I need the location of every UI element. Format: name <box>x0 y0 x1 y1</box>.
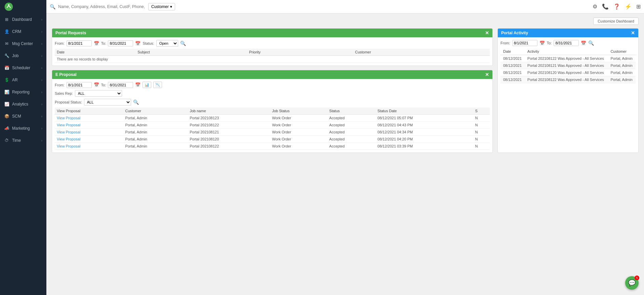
eproposal-close-button[interactable]: ✕ <box>485 72 489 77</box>
sidebar-item-reporting[interactable]: 📊 Reporting › <box>0 86 46 98</box>
eproposal-from-cal-icon[interactable]: 📅 <box>94 82 99 87</box>
view-proposal-link[interactable]: View Proposal <box>55 143 123 150</box>
settings-icon[interactable]: ⚙ <box>593 3 597 10</box>
customize-bar: Customize Dashboard <box>52 17 639 25</box>
col-jobname: Job name <box>188 108 270 115</box>
sidebar-item-time[interactable]: ⏱ Time › <box>0 134 46 146</box>
col-customer: Customer <box>608 48 636 55</box>
eproposal-header: E Proposal ✕ <box>52 70 492 79</box>
portal-activity-panel: Portal Activity ✕ From: 📅 To: 📅 🔍 <box>497 28 639 153</box>
col-s: S <box>473 108 490 115</box>
portal-activity-header: Portal Activity ✕ <box>498 29 638 37</box>
col-customer: Customer <box>353 49 490 56</box>
sidebar-item-msg-center[interactable]: ✉ Msg Center › <box>0 38 46 50</box>
sidebar-item-analytics[interactable]: 📈 Analytics › <box>0 98 46 110</box>
job-name-cell: Portal 202108120 <box>188 136 270 143</box>
to-calendar-icon[interactable]: 📅 <box>135 41 140 46</box>
view-proposal-link[interactable]: View Proposal <box>55 136 123 143</box>
s-cell: N <box>473 129 490 136</box>
table-row: View Proposal Portal, Admin Portal 20210… <box>55 136 490 143</box>
lightning-icon[interactable]: ⚡ <box>625 3 632 10</box>
status-cell: Accepted <box>327 129 375 136</box>
job-status-cell: Work Order <box>270 115 327 122</box>
portal-requests-from-input[interactable] <box>67 40 92 46</box>
customer-dropdown[interactable]: Customer ▾ <box>148 3 175 10</box>
msg-center-icon: ✉ <box>4 41 9 46</box>
left-panels: Portal Requests ✕ From: 📅 To: 📅 Status: <box>52 28 493 153</box>
job-name-cell: Portal 202108122 <box>188 143 270 150</box>
analytics-icon: 📈 <box>4 101 9 107</box>
search-icon: 🔍 <box>50 4 55 9</box>
chevron-icon: › <box>41 18 42 22</box>
status-cell: Accepted <box>327 136 375 143</box>
sidebar-item-ar[interactable]: 💲 AR › <box>0 74 46 86</box>
marketing-icon: 📣 <box>4 126 9 131</box>
portal-requests-to-input[interactable] <box>108 40 133 46</box>
phone-icon[interactable]: 📞 <box>602 3 609 10</box>
view-proposal-link[interactable]: View Proposal <box>55 129 123 136</box>
sidebar-item-label: Reporting <box>12 90 30 94</box>
eproposal-chart-button[interactable]: 📊 <box>143 82 151 88</box>
eproposal-search-button[interactable]: 🔍 <box>133 99 139 105</box>
from-calendar-icon[interactable]: 📅 <box>94 41 99 46</box>
portal-activity-to-input[interactable] <box>554 40 579 46</box>
activity-cell: Portal 202108120 Was Approved - All Serv… <box>525 69 608 76</box>
help-icon[interactable]: ❓ <box>613 3 620 10</box>
table-row: 08/12/2021 Portal 202108120 Was Approved… <box>500 69 636 76</box>
job-icon: 🔧 <box>4 53 9 58</box>
main: 🔍 Customer ▾ ⚙ 📞 ❓ ⚡ ⊞ Customize Dashboa… <box>46 0 644 295</box>
sidebar-item-job[interactable]: 🔧 Job › <box>0 50 46 62</box>
col-jobstatus: Job Status <box>270 108 327 115</box>
portal-activity-from-input[interactable] <box>512 40 537 46</box>
search-input[interactable] <box>58 4 146 9</box>
customize-dashboard-button[interactable]: Customize Dashboard <box>593 17 639 25</box>
dropdown-chevron-icon: ▾ <box>170 4 172 9</box>
apps-icon[interactable]: ⊞ <box>636 3 641 10</box>
chevron-icon: › <box>41 54 42 58</box>
eproposal-bar-chart-button[interactable]: 📉 <box>153 82 162 88</box>
reporting-icon: 📊 <box>4 89 9 95</box>
crm-icon: 👤 <box>4 29 9 34</box>
chevron-icon: › <box>41 139 42 142</box>
customer-cell: Portal, Admin <box>123 122 188 129</box>
portal-requests-close-button[interactable]: ✕ <box>485 31 489 35</box>
sales-rep-select[interactable]: ALL <box>75 90 122 97</box>
chevron-icon: › <box>41 30 42 34</box>
portal-requests-search-button[interactable]: 🔍 <box>180 41 186 46</box>
dashboard-icon: ⊞ <box>4 17 9 22</box>
chat-bubble[interactable]: 💬 5 <box>625 276 639 290</box>
eproposal-from-label: From: <box>55 83 65 87</box>
view-proposal-link[interactable]: View Proposal <box>55 115 123 122</box>
proposal-status-select[interactable]: ALL <box>84 99 131 106</box>
col-date: Date <box>55 49 135 56</box>
job-status-cell: Work Order <box>270 129 327 136</box>
to-label: To: <box>101 41 106 45</box>
portal-requests-status-select[interactable]: Open Closed All <box>156 40 178 47</box>
sidebar-item-scheduler[interactable]: 📅 Scheduler › <box>0 62 46 74</box>
eproposal-to-cal-icon[interactable]: 📅 <box>135 82 140 87</box>
pa-to-cal-icon[interactable]: 📅 <box>581 41 586 46</box>
chevron-icon: › <box>41 102 42 106</box>
date-cell: 08/12/2021 <box>500 55 525 62</box>
sidebar-item-crm[interactable]: 👤 CRM › <box>0 26 46 38</box>
portal-activity-close-button[interactable]: ✕ <box>631 31 635 35</box>
status-date-cell: 08/12/2021 04:20 PM <box>375 136 473 143</box>
pa-from-cal-icon[interactable]: 📅 <box>539 41 545 46</box>
svg-point-0 <box>5 3 13 11</box>
sidebar-item-dashboard[interactable]: ⊞ Dashboard › <box>0 13 46 26</box>
chevron-icon: › <box>41 115 42 118</box>
portal-activity-search-button[interactable]: 🔍 <box>588 40 594 46</box>
sidebar-item-marketing[interactable]: 📣 Marketing › <box>0 122 46 134</box>
status-date-cell: 08/12/2021 04:34 PM <box>375 129 473 136</box>
portal-requests-filter-row: From: 📅 To: 📅 Status: Open Closed All <box>55 40 490 47</box>
eproposal-filter-row2: Sales Rep: ALL <box>55 90 490 97</box>
eproposal-from-input[interactable] <box>67 82 92 88</box>
portal-activity-title: Portal Activity <box>501 31 528 35</box>
chevron-icon: › <box>41 90 42 94</box>
status-cell: Accepted <box>327 143 375 150</box>
col-statusdate: Status Date <box>375 108 473 115</box>
view-proposal-link[interactable]: View Proposal <box>55 122 123 129</box>
sidebar-item-scm[interactable]: 📦 SCM › <box>0 110 46 122</box>
sidebar-item-label: AR <box>12 78 18 82</box>
eproposal-to-input[interactable] <box>108 82 133 88</box>
